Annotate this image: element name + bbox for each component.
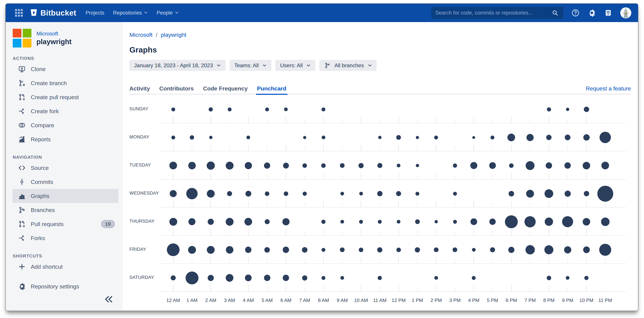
punchcard-dot-wednesday-h22[interactable] [584, 191, 589, 196]
punchcard-dot-wednesday-h6[interactable] [284, 192, 288, 196]
punchcard-dot-saturday-h16[interactable] [472, 276, 476, 280]
punchcard-dot-wednesday-h4[interactable] [246, 191, 251, 196]
punchcard-dot-wednesday-h7[interactable] [302, 192, 307, 196]
punchcard-dot-tuesday-h22[interactable] [583, 162, 590, 169]
punchcard-dot-wednesday-h0[interactable] [170, 190, 177, 197]
punchcard-dot-friday-h6[interactable] [283, 246, 289, 253]
punchcard-dot-wednesday-h20[interactable] [544, 189, 553, 198]
punchcard-dot-friday-h2[interactable] [207, 246, 215, 254]
punchcard-dot-tuesday-h1[interactable] [188, 162, 196, 169]
punchcard-dot-tuesday-h8[interactable] [321, 163, 326, 168]
punchcard-dot-tuesday-h0[interactable] [169, 162, 177, 169]
user-avatar[interactable] [620, 7, 631, 18]
punchcard-dot-thursday-h6[interactable] [282, 218, 290, 226]
punchcard-dot-thursday-h20[interactable] [545, 218, 553, 226]
punchcard-dot-saturday-h6[interactable] [283, 275, 289, 281]
punchcard-dot-monday-h23[interactable] [600, 132, 611, 143]
punchcard-dot-saturday-h20[interactable] [547, 276, 551, 280]
filter-users-dropdown[interactable]: Users: All [275, 60, 315, 71]
punchcard-dot-wednesday-h1[interactable] [186, 188, 198, 199]
punchcard-dot-thursday-h21[interactable] [562, 216, 573, 227]
punchcard-dot-wednesday-h3[interactable] [227, 191, 232, 196]
punchcard-dot-saturday-h4[interactable] [245, 274, 252, 281]
punchcard-dot-monday-h18[interactable] [508, 134, 515, 141]
punchcard-dot-sunday-h6[interactable] [284, 108, 288, 111]
app-switcher-icon[interactable] [15, 9, 23, 17]
punchcard-dot-wednesday-h5[interactable] [265, 192, 269, 196]
search-icon[interactable] [551, 8, 560, 17]
punchcard-dot-thursday-h9[interactable] [340, 220, 344, 224]
punchcard-dot-thursday-h10[interactable] [359, 220, 363, 224]
sidebar-item-reports[interactable]: Reports [12, 132, 118, 146]
sidebar-item-create-pull-request[interactable]: Create pull request [12, 90, 118, 104]
sidebar-item-create-fork[interactable]: Create fork [12, 104, 118, 118]
punchcard-dot-tuesday-h19[interactable] [526, 161, 534, 170]
search-input[interactable] [435, 10, 548, 16]
punchcard-dot-thursday-h4[interactable] [244, 218, 252, 226]
punchcard-dot-monday-h14[interactable] [434, 136, 438, 140]
punchcard-dot-friday-h16[interactable] [472, 248, 476, 252]
punchcard-dot-wednesday-h11[interactable] [377, 191, 382, 196]
punchcard-dot-saturday-h7[interactable] [302, 275, 307, 280]
punchcard-dot-tuesday-h12[interactable] [397, 164, 400, 167]
punchcard-dot-tuesday-h16[interactable] [470, 162, 477, 169]
punchcard-dot-tuesday-h10[interactable] [358, 163, 364, 168]
settings-gear-icon[interactable] [588, 8, 596, 17]
punchcard-dot-thursday-h8[interactable] [321, 220, 326, 224]
punchcard-dot-monday-h16[interactable] [472, 136, 475, 139]
filter-all-branches-dropdown[interactable]: All branches [319, 60, 376, 71]
collapse-sidebar-icon[interactable] [104, 296, 113, 304]
punchcard-dot-sunday-h0[interactable] [171, 108, 175, 111]
punchcard-dot-tuesday-h2[interactable] [207, 162, 215, 170]
punchcard-dot-wednesday-h19[interactable] [526, 190, 534, 198]
punchcard-dot-tuesday-h23[interactable] [601, 162, 609, 169]
punchcard-dot-friday-h23[interactable] [599, 244, 611, 256]
punchcard-dot-monday-h4[interactable] [246, 136, 250, 139]
punchcard-dot-tuesday-h13[interactable] [416, 164, 419, 167]
punchcard-dot-saturday-h22[interactable] [584, 276, 588, 280]
punchcard-dot-monday-h1[interactable] [190, 135, 194, 140]
punchcard-dot-wednesday-h2[interactable] [207, 190, 215, 198]
punchcard-dot-tuesday-h15[interactable] [453, 164, 457, 168]
punchcard-dot-sunday-h3[interactable] [228, 108, 232, 111]
punchcard-dot-saturday-h8[interactable] [322, 276, 325, 280]
punchcard-dot-monday-h19[interactable] [526, 134, 534, 141]
punchcard-dot-tuesday-h5[interactable] [264, 162, 270, 169]
punchcard-dot-sunday-h8[interactable] [322, 108, 325, 111]
punchcard-dot-wednesday-h21[interactable] [564, 190, 571, 197]
punchcard-dot-friday-h1[interactable] [188, 246, 196, 254]
punchcard-dot-wednesday-h18[interactable] [508, 191, 514, 196]
punchcard-dot-wednesday-h15[interactable] [453, 192, 457, 196]
punchcard-dot-friday-h12[interactable] [396, 248, 401, 252]
punchcard-dot-monday-h17[interactable] [490, 136, 494, 140]
punchcard-dot-wednesday-h13[interactable] [416, 192, 419, 196]
punchcard-dot-tuesday-h7[interactable] [302, 163, 307, 168]
sidebar-item-add-shortcut[interactable]: Add shortcut [12, 260, 118, 274]
punchcard-dot-friday-h10[interactable] [359, 248, 363, 252]
punchcard-dot-wednesday-h9[interactable] [340, 192, 344, 196]
punchcard-dot-friday-h7[interactable] [302, 247, 308, 253]
punchcard-dot-tuesday-h20[interactable] [546, 162, 552, 169]
project-link[interactable]: Microsoft [36, 30, 72, 37]
punchcard-dot-friday-h0[interactable] [167, 244, 180, 256]
navbar-item-people[interactable]: People [156, 10, 179, 16]
punchcard-dot-thursday-h12[interactable] [397, 220, 400, 224]
punchcard-dot-thursday-h5[interactable] [265, 219, 270, 224]
punchcard-dot-sunday-h21[interactable] [566, 108, 569, 111]
punchcard-dot-sunday-h22[interactable] [584, 107, 589, 112]
punchcard-dot-saturday-h11[interactable] [378, 276, 382, 280]
punchcard-dot-tuesday-h21[interactable] [564, 162, 571, 169]
sidebar-item-forks[interactable]: Forks [12, 231, 118, 245]
punchcard-dot-sunday-h20[interactable] [547, 107, 551, 112]
punchcard-dot-thursday-h1[interactable] [188, 218, 196, 225]
sidebar-item-compare[interactable]: Compare [12, 118, 118, 132]
punchcard-dot-saturday-h2[interactable] [208, 275, 214, 281]
punchcard-dot-thursday-h13[interactable] [415, 219, 420, 224]
tab-activity[interactable]: Activity [130, 85, 150, 95]
sidebar-item-graphs[interactable]: Graphs [12, 189, 118, 203]
punchcard-dot-monday-h12[interactable] [396, 135, 401, 140]
punchcard-dot-tuesday-h17[interactable] [489, 162, 496, 169]
punchcard-dot-wednesday-h12[interactable] [396, 191, 401, 196]
breadcrumb-project-link[interactable]: Microsoft [130, 32, 152, 38]
punchcard-dot-thursday-h15[interactable] [453, 220, 457, 224]
